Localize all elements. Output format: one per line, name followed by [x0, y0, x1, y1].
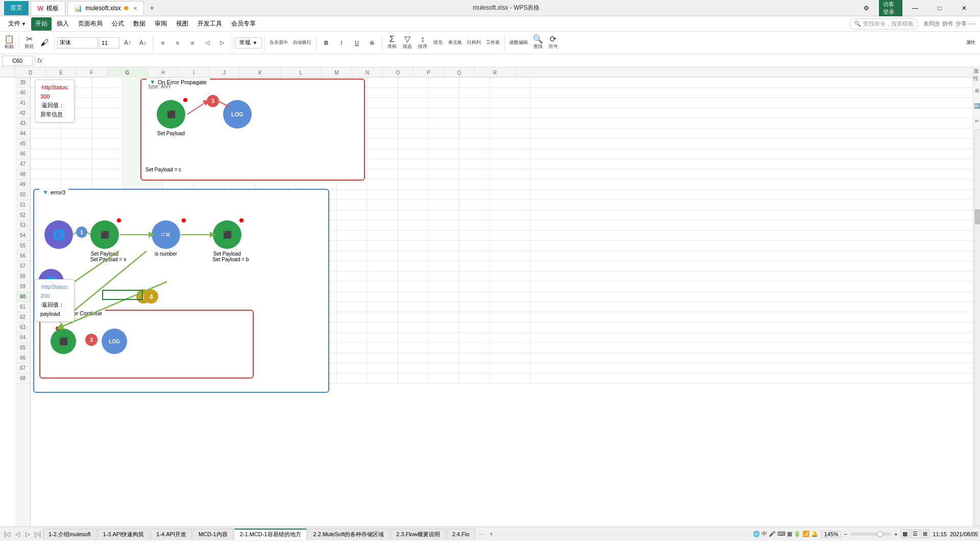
row-46[interactable]: 46 [15, 149, 30, 159]
btn-minimize[interactable]: — [903, 0, 927, 16]
right-icon-3[interactable]: ✏ [973, 113, 980, 129]
tb-cell-style[interactable]: 单元格 [446, 34, 464, 52]
tb-worksheet[interactable]: 工作表 [484, 34, 502, 52]
col-header-R[interactable]: R [475, 67, 516, 78]
tb-align-center[interactable]: ≡ [170, 34, 185, 52]
row-39[interactable]: 39 [15, 78, 30, 88]
row-53[interactable]: 53 [15, 220, 30, 231]
row-52[interactable]: 52 [15, 210, 30, 220]
tab-nav-next[interactable]: ▷ [22, 529, 33, 539]
scrollbar-thumb[interactable] [975, 209, 980, 224]
tb-indent-right[interactable]: ▷ [215, 34, 229, 52]
btn-maximize[interactable]: □ [928, 0, 951, 16]
col-header-O[interactable]: O [383, 67, 413, 78]
tb-row-col[interactable]: 行和列 [465, 34, 483, 52]
tb-font-inc[interactable]: A↑ [120, 34, 135, 52]
font-name-input[interactable] [57, 37, 98, 48]
menu-view[interactable]: 视图 [172, 17, 192, 31]
tb-italic[interactable]: I [334, 34, 349, 52]
sheet-tab-5[interactable]: 2-1.MCD-1容易错的地方 [234, 529, 307, 540]
tb-align-right[interactable]: ≡ [185, 34, 200, 52]
properties-icon[interactable]: 属性 [973, 67, 980, 83]
cell-format-select[interactable]: 常规▼ [235, 37, 262, 48]
tb-align-left[interactable]: ≡ [156, 34, 170, 52]
row-47[interactable]: 47 [15, 159, 30, 169]
btn-settings[interactable]: ⚙ [854, 0, 878, 16]
btn-close[interactable]: ✕ [952, 0, 976, 16]
share-icon[interactable]: 分享 [955, 20, 967, 28]
sheet-tab-6[interactable]: 2.2.MuleSoft的各种存储区域 [308, 529, 390, 540]
cell-53-14[interactable] [490, 220, 531, 231]
cell-reference-input[interactable] [2, 56, 33, 66]
tb-func[interactable]: 函数编辑 [507, 34, 530, 52]
menu-page-layout[interactable]: 页面布局 [74, 17, 107, 31]
cell-44-14[interactable] [490, 129, 531, 139]
row-62[interactable]: 62 [15, 312, 30, 322]
zoom-slider[interactable] [850, 533, 891, 536]
sheet-tab-3[interactable]: 1-4.API开发 [151, 529, 192, 540]
row-50[interactable]: 50 [15, 190, 30, 200]
tb-format-brush[interactable]: 🖌 [37, 34, 52, 52]
sheet-tab-7[interactable]: 2.3.Flow概要说明 [390, 529, 446, 540]
cell-55-14[interactable] [490, 241, 531, 251]
tb-cut[interactable]: ✂剪切 [22, 34, 36, 52]
col-header-Q[interactable]: Q [444, 67, 475, 78]
menu-start[interactable]: 开始 [31, 17, 52, 31]
row-48[interactable]: 48 [15, 169, 30, 180]
cell-49-14[interactable] [490, 180, 531, 190]
cell-63-14[interactable] [490, 322, 531, 333]
row-61[interactable]: 61 [15, 302, 30, 312]
tb-merge-cells[interactable]: 合并居中 [267, 34, 290, 52]
row-63[interactable]: 63 [15, 322, 30, 333]
row-41[interactable]: 41 [15, 98, 30, 108]
more-icon[interactable]: ⋯ [969, 20, 976, 28]
row-42[interactable]: 42 [15, 108, 30, 118]
collab-icon[interactable]: 协作 [942, 20, 953, 28]
cell-46-14[interactable] [490, 149, 531, 159]
cell-51-14[interactable] [490, 200, 531, 210]
right-icon-2[interactable]: 🔤 [973, 98, 980, 113]
cell-62-14[interactable] [490, 312, 531, 322]
view-page-btn[interactable]: ☰ [911, 530, 920, 538]
tb-strikethrough[interactable]: S [365, 34, 379, 52]
row-65[interactable]: 65 [15, 343, 30, 353]
tb-bold[interactable]: B [319, 34, 333, 52]
cell-52-14[interactable] [490, 210, 531, 220]
view-preview-btn[interactable]: ⊞ [921, 530, 929, 538]
col-header-J[interactable]: J [209, 67, 240, 78]
cell-56-14[interactable] [490, 251, 531, 261]
menu-file[interactable]: 文件▼ [4, 17, 30, 31]
menu-data[interactable]: 数据 [129, 17, 150, 31]
row-40[interactable]: 40 [15, 88, 30, 98]
row-60[interactable]: 60 [15, 292, 30, 302]
cell-58-14[interactable] [490, 271, 531, 282]
cell-40-14[interactable] [490, 88, 531, 98]
cell-61-14[interactable] [490, 302, 531, 312]
menu-search[interactable]: 🔍 查找命令，搜索模板 [849, 18, 918, 30]
tb-indent-left[interactable]: ◁ [200, 34, 214, 52]
col-header-L[interactable]: L [281, 67, 322, 78]
cell-45-14[interactable] [490, 139, 531, 149]
cell-47-14[interactable] [490, 159, 531, 169]
col-header-E[interactable]: E [46, 67, 77, 78]
zoom-slider-thumb[interactable] [877, 531, 883, 537]
sheet-tab-1[interactable]: 1-2.介绍mulesoft [43, 529, 96, 540]
cell-50-14[interactable] [490, 190, 531, 200]
sheet-tab-8[interactable]: 2.4.Flo [447, 529, 475, 540]
vertical-scrollbar[interactable] [974, 130, 980, 525]
row-43[interactable]: 43 [15, 118, 30, 129]
tab-nav-last[interactable]: ▷| [33, 529, 43, 539]
cell-41-14[interactable] [490, 98, 531, 108]
row-44[interactable]: 44 [15, 129, 30, 139]
zoom-in-btn[interactable]: + [894, 531, 897, 537]
tb-underline[interactable]: U [350, 34, 364, 52]
cell-67-14[interactable] [490, 363, 531, 373]
zoom-out-btn[interactable]: − [844, 531, 847, 537]
view-normal-btn[interactable]: ▦ [900, 530, 910, 538]
formula-input[interactable] [44, 56, 978, 66]
row-68[interactable]: 68 [15, 373, 30, 384]
row-59[interactable]: 59 [15, 282, 30, 292]
col-header-N[interactable]: N [352, 67, 383, 78]
font-size-input[interactable] [99, 37, 119, 48]
menu-developer[interactable]: 开发工具 [193, 17, 226, 31]
